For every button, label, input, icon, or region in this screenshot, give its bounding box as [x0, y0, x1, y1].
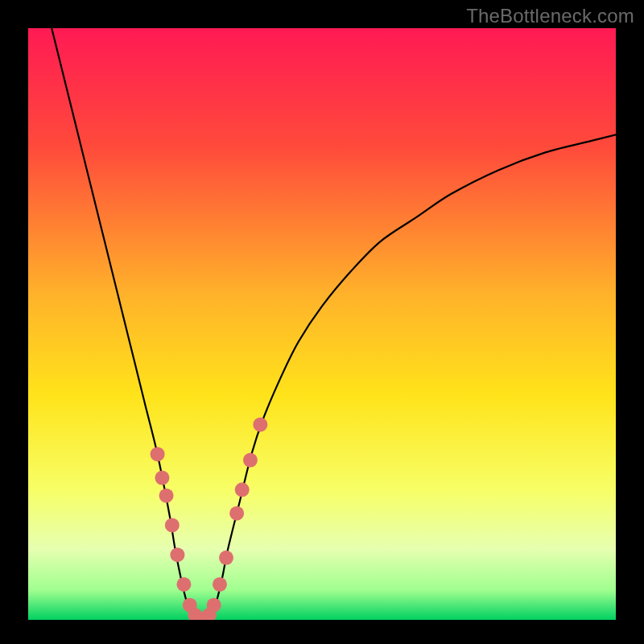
highlight-dot: [151, 447, 165, 461]
highlight-dot: [165, 518, 180, 532]
chart-svg: [28, 28, 616, 620]
highlight-dot: [253, 417, 267, 431]
highlight-dot: [207, 598, 221, 613]
highlight-dot: [235, 482, 250, 497]
highlight-dot: [213, 577, 227, 592]
highlight-dot: [229, 506, 244, 521]
highlight-dot: [176, 577, 191, 592]
watermark-text: TheBottleneck.com: [466, 5, 634, 27]
highlight-dot: [219, 551, 233, 565]
gradient-background: [28, 28, 616, 620]
chart-frame: TheBottleneck.com: [0, 0, 644, 644]
highlight-dot: [170, 547, 184, 562]
highlight-dot: [159, 489, 174, 503]
plot-area: [28, 28, 616, 620]
highlight-dot: [155, 471, 169, 485]
highlight-dot: [243, 453, 258, 468]
